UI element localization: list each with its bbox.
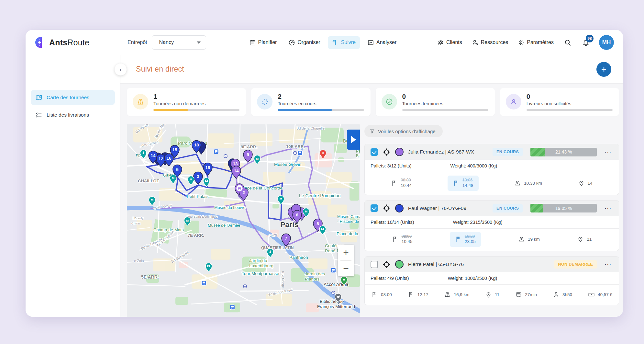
gear-icon	[518, 39, 525, 46]
notifications-button[interactable]: 98	[581, 38, 591, 47]
map-train-icon[interactable]	[230, 305, 235, 310]
crosshair-icon[interactable]	[383, 260, 391, 269]
stat-value: 0	[527, 93, 613, 100]
status-badge: NON DEMARREE	[554, 260, 597, 269]
map-label: Bell	[356, 154, 360, 158]
search-button[interactable]	[563, 38, 572, 47]
flag-icon	[392, 236, 399, 243]
warehouse-select[interactable]: Nancy	[152, 35, 206, 50]
nav-right: Clients Ressources Paramètres	[437, 35, 614, 50]
start-time: 08:0010:45	[392, 234, 413, 245]
route-loads: Pallets: 10/14 (Units) Weight: 2315/3500…	[365, 216, 619, 229]
svg-text:7: 7	[285, 236, 287, 241]
map-ring-icon[interactable]	[332, 291, 335, 294]
more-menu-button[interactable]: ...	[603, 147, 613, 157]
nav-organiser[interactable]: Organiser	[284, 36, 324, 49]
pallets-value: Pallets: 10/14 (Units)	[371, 220, 414, 225]
status-badge: EN COURS	[493, 204, 523, 212]
truck-icon	[515, 291, 522, 298]
map-expand-button[interactable]	[347, 130, 360, 150]
svg-text:M: M	[256, 157, 259, 160]
driver-name: Paul Wagner | 76-UYG-09	[408, 205, 488, 211]
route-checkbox[interactable]	[371, 204, 378, 212]
map-label: Le Centre Pompidou	[299, 193, 340, 198]
route-card-paul-wagner: Paul Wagner | 76-UYG-09 EN COURS 19.05 %…	[364, 200, 619, 251]
zoom-out-button[interactable]: −	[338, 261, 354, 276]
stat-progress	[527, 109, 613, 111]
map-label: Musée du Louvre	[214, 205, 246, 210]
stat-label: Livreurs non sollicités	[527, 101, 613, 106]
road-icon	[133, 94, 148, 109]
routes-panel: Voir les options d'affichage Julia Ferna…	[364, 124, 619, 317]
nav-parametres[interactable]: Paramètres	[517, 37, 554, 48]
map-label: CHAILLOT	[138, 178, 159, 183]
map-label: Rue Saint-Dominique	[187, 215, 217, 218]
stops-count: 21	[577, 236, 592, 243]
distance: 19 km	[518, 236, 540, 243]
map-zoom-control: + −	[338, 245, 354, 276]
map-label: Tour Montparnasse	[242, 271, 279, 276]
page-header: ‹ Suivi en direct +	[120, 55, 623, 84]
chart-icon	[367, 39, 374, 46]
banknote-icon	[588, 291, 595, 298]
route-checkbox[interactable]	[371, 261, 378, 268]
crosshair-icon[interactable]	[383, 148, 391, 156]
route-progress-bar: 19.05 %	[530, 204, 597, 212]
svg-text:14: 14	[234, 168, 239, 173]
stat-card-terminees: 0 Tournées terminées	[376, 88, 495, 116]
sidebar-item-liste-des-livraisons[interactable]: Liste des livraisons	[31, 108, 115, 122]
display-options-button[interactable]: Voir les options d'affichage	[364, 125, 443, 137]
map-label: Panthéon	[289, 255, 308, 260]
person-icon	[553, 291, 560, 298]
stat-progress	[153, 109, 239, 111]
nav-analyser[interactable]: Analyser	[363, 36, 401, 49]
flag-icon	[371, 291, 378, 298]
stops-count: 14	[578, 180, 593, 187]
cost: 40,57 €	[588, 291, 612, 298]
route-card-pierre-patel: Pierre Patel | 65-UYG-76 NON DEMARREE ..…	[364, 256, 619, 305]
map-ring-icon[interactable]	[243, 285, 247, 288]
map-label: - Histoire de Paris	[337, 219, 360, 224]
avatar[interactable]: MH	[599, 35, 614, 50]
add-button[interactable]: +	[596, 62, 611, 77]
route-stats: 08:0010:45 16:2023:05	[365, 229, 619, 251]
map-ring-icon[interactable]	[294, 151, 297, 155]
routes-map[interactable]: Bd de la ChapelleBd PereireAv. de Wagram…	[127, 124, 360, 317]
nav-clients[interactable]: Clients	[437, 37, 463, 48]
route-checkbox[interactable]	[371, 148, 378, 156]
road-icon	[518, 236, 525, 243]
pin-icon	[578, 180, 585, 187]
checkered-flag-icon	[453, 180, 460, 187]
svg-text:M: M	[280, 197, 282, 201]
map-train-icon[interactable]	[298, 151, 303, 155]
plus-icon: +	[601, 65, 606, 74]
chevron-right-icon	[351, 136, 356, 143]
sidebar-item-carte-des-tournees[interactable]: Carte des tournées	[31, 90, 115, 105]
stat-value: 1	[153, 93, 239, 100]
map-label: 9E ARR.	[241, 144, 257, 149]
svg-text:15: 15	[172, 147, 177, 152]
more-menu-button[interactable]: ...	[603, 203, 613, 213]
svg-text:M: M	[151, 198, 153, 201]
map-label: Petit Palais	[187, 194, 209, 199]
map-train-icon[interactable]	[214, 149, 219, 154]
map-ring-icon[interactable]	[224, 155, 227, 158]
nav-planifier[interactable]: Planifier	[245, 36, 281, 49]
brand-text: AntsRoute	[49, 38, 89, 47]
map-label: Champ-de-Mars	[153, 227, 184, 232]
svg-text:13: 13	[233, 161, 238, 166]
map-train-icon[interactable]	[202, 281, 206, 286]
more-menu-button[interactable]: ...	[603, 259, 613, 269]
nav-ressources[interactable]: Ressources	[471, 37, 509, 48]
warehouse-selector: Entrepôt Nancy	[128, 35, 206, 50]
brand-logo[interactable]: AntsRoute	[35, 37, 89, 48]
map-train-icon[interactable]	[331, 268, 336, 273]
sidebar: Carte des tournées Liste des livraisons	[26, 55, 120, 317]
zoom-in-button[interactable]: +	[338, 245, 354, 260]
work-time: 3h50	[553, 291, 572, 298]
svg-text:M: M	[186, 219, 189, 222]
crosshair-icon[interactable]	[383, 204, 391, 212]
collapse-sidebar-button[interactable]: ‹	[115, 63, 127, 75]
nav-suivre[interactable]: Suivre	[328, 36, 360, 49]
map-car-circle-icon[interactable]	[236, 185, 243, 192]
